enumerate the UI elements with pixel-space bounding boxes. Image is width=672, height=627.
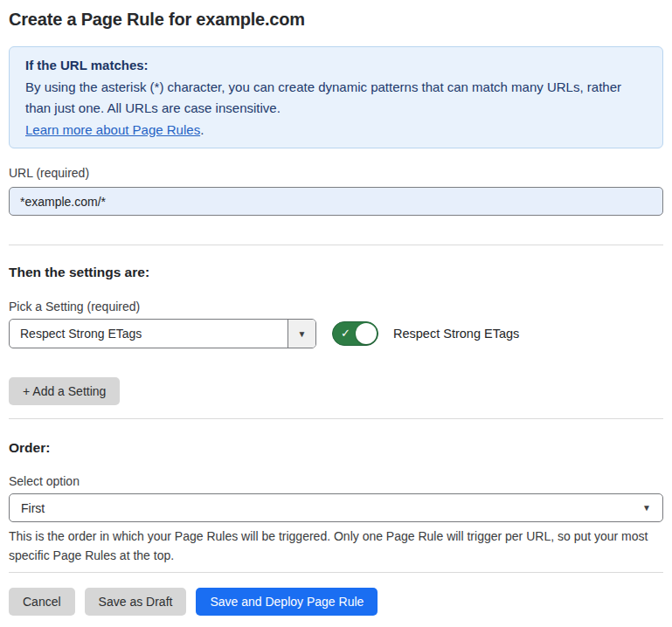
checkmark-icon: ✓	[341, 327, 350, 339]
page-title: Create a Page Rule for example.com	[9, 9, 663, 31]
save-and-deploy-button[interactable]: Save and Deploy Page Rule	[196, 588, 378, 616]
setting-dropdown[interactable]: Respect Strong ETags ▼	[9, 319, 316, 348]
info-box-heading: If the URL matches:	[25, 55, 647, 77]
divider	[9, 572, 663, 573]
setting-row: Respect Strong ETags ▼ ✓ Respect Strong …	[9, 319, 663, 348]
caret-down-icon: ▼	[642, 503, 651, 513]
add-setting-button[interactable]: + Add a Setting	[9, 377, 120, 405]
divider	[9, 418, 663, 419]
divider	[9, 245, 663, 245]
create-page-rule-form: Create a Page Rule for example.com If th…	[0, 0, 672, 627]
toggle-knob	[356, 323, 377, 344]
order-help-text: This is the order in which your Page Rul…	[9, 527, 663, 565]
save-as-draft-button[interactable]: Save as Draft	[85, 588, 187, 616]
cancel-button[interactable]: Cancel	[9, 588, 75, 616]
setting-toggle[interactable]: ✓	[332, 321, 378, 346]
url-label: URL (required)	[9, 166, 663, 181]
url-input[interactable]	[9, 187, 663, 216]
toggle-label: Respect Strong ETags	[393, 327, 519, 341]
link-suffix: .	[200, 122, 204, 137]
url-match-info-box: If the URL matches: By using the asteris…	[9, 46, 663, 148]
info-box-body: By using the asterisk (*) character, you…	[25, 77, 647, 120]
order-select-label: Select option	[9, 474, 663, 489]
info-box-link-line: Learn more about Page Rules.	[25, 120, 647, 141]
order-select-value: First	[21, 501, 45, 515]
pick-setting-label: Pick a Setting (required)	[9, 300, 663, 314]
footer-actions: Cancel Save as Draft Save and Deploy Pag…	[9, 588, 663, 616]
caret-down-icon[interactable]: ▼	[288, 320, 315, 348]
learn-more-link[interactable]: Learn more about Page Rules	[25, 122, 200, 137]
order-section-heading: Order:	[9, 439, 663, 456]
order-select[interactable]: First ▼	[9, 493, 663, 522]
settings-section-heading: Then the settings are:	[9, 264, 663, 280]
setting-dropdown-value: Respect Strong ETags	[10, 320, 288, 348]
